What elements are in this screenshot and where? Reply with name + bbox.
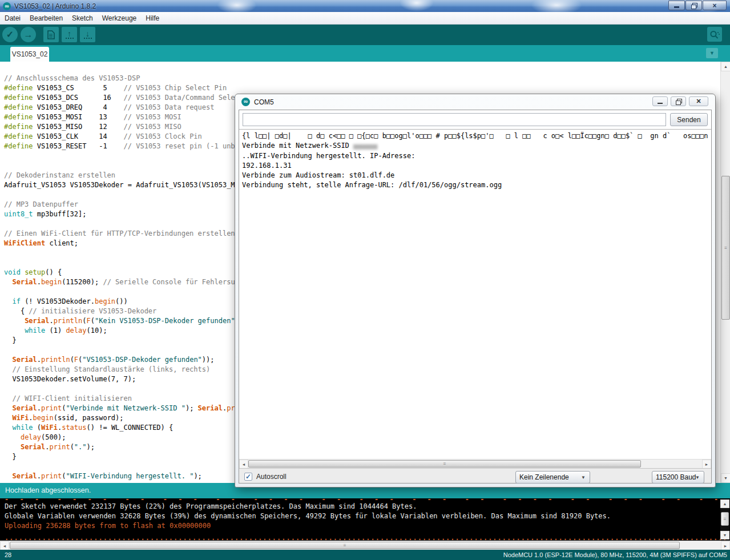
wallpaper-cloud: [400, 0, 434, 11]
save-button[interactable]: ↓: [80, 27, 95, 42]
menu-item-sketch[interactable]: Sketch: [72, 14, 99, 22]
line-ending-dropdown[interactable]: Kein Zeilenende ▼: [515, 471, 590, 484]
serial-output-line: Verbindung steht, stelle Anfrage-URL: /d…: [242, 180, 708, 190]
restore-icon: [676, 99, 681, 104]
magnifier-icon: [709, 30, 720, 39]
serial-output-line: ..WIFI-Verbindung hergestellt. IP-Adress…: [242, 151, 708, 161]
restore-button[interactable]: [685, 1, 702, 10]
serial-output-line: {l l□□| □d□| □ d□ c<□□ □ □{□c□ b□□og□l'o…: [242, 131, 708, 141]
arrow-right-icon: →: [24, 30, 33, 40]
chevron-down-icon: ▼: [709, 50, 715, 56]
serial-monitor-button[interactable]: [707, 27, 722, 42]
scroll-left-arrow[interactable]: ◄: [239, 460, 248, 469]
console-line: Der Sketch verwendet 232137 Bytes (22%) …: [5, 502, 725, 511]
board-info: NodeMCU 1.0 (ESP-12E Module), 80 MHz, 11…: [503, 550, 727, 560]
editor-vscroll-thumb[interactable]: ≡: [721, 176, 730, 320]
scroll-right-arrow[interactable]: ►: [721, 541, 730, 550]
console-vscrollbar[interactable]: ▲ ≡ ▼: [720, 499, 729, 539]
minimize-button[interactable]: [652, 96, 668, 106]
upload-button[interactable]: →: [21, 27, 36, 42]
serial-monitor-body: Senden {l l□□| □d□| □ d□ c<□□ □ □{□c□ b□…: [239, 110, 712, 484]
open-button[interactable]: ↑: [62, 27, 77, 42]
window-title: VS1053_02 | Arduino 1.8.2: [14, 2, 96, 10]
tab-label: VS1053_02: [12, 50, 48, 58]
baud-rate-dropdown[interactable]: 115200 Baud ▼: [652, 471, 704, 484]
menubar: DateiBearbeitenSketchWerkzeugeHilfe: [0, 12, 730, 25]
close-button[interactable]: ✕: [689, 96, 708, 106]
serial-monitor-titlebar: ∞ COM5 ✕: [235, 94, 715, 110]
menu-item-datei[interactable]: Datei: [5, 14, 26, 22]
tabbar: VS1053_02 ▼: [0, 45, 730, 62]
serial-input[interactable]: [243, 113, 666, 126]
console-line: Uploading 236288 bytes from to flash at …: [5, 521, 725, 531]
code-line: // Anschlussschema des VS1053-DSP: [4, 74, 720, 83]
restore-icon: [691, 3, 697, 8]
titlebar: ∞ VS1053_02 | Arduino 1.8.2 ×: [0, 0, 730, 12]
console-line: Globale Variablen verwenden 32628 Bytes …: [5, 511, 725, 521]
document-icon: [47, 30, 55, 39]
serial-hscrollbar[interactable]: ◄ ≡ ►: [239, 459, 711, 468]
serial-output-line: 192.168.1.31: [242, 161, 708, 171]
serial-hscroll-thumb[interactable]: ≡: [248, 460, 641, 468]
menu-item-werkzeuge[interactable]: Werkzeuge: [102, 14, 142, 22]
cursor-line-number: 28: [5, 550, 11, 560]
minimize-button[interactable]: [668, 1, 685, 10]
close-button[interactable]: ×: [703, 1, 727, 10]
chevron-down-icon: ▼: [581, 475, 586, 480]
restore-button[interactable]: [671, 96, 686, 106]
arduino-logo-icon: ∞: [3, 2, 11, 10]
autoscroll-label: Autoscroll: [256, 473, 287, 481]
scroll-up-arrow[interactable]: ▲: [721, 62, 730, 71]
console-area: - - - - - - - - - - - - - - - - - - - - …: [0, 498, 730, 541]
minimize-icon: [674, 6, 679, 8]
new-sketch-button[interactable]: [43, 27, 59, 42]
wallpaper-cloud: [217, 0, 257, 12]
bottom-hscrollbar[interactable]: ◄ ≡ ►: [0, 541, 730, 550]
send-button[interactable]: Senden: [670, 113, 708, 126]
statusbar: 28 NodeMCU 1.0 (ESP-12E Module), 80 MHz,…: [0, 550, 730, 560]
arrow-down-icon: ↓: [84, 31, 92, 39]
arduino-ide-window: ∞ VS1053_02 | Arduino 1.8.2 × DateiBearb…: [0, 0, 730, 560]
line-ending-value: Kein Zeilenende: [519, 473, 569, 481]
menu-item-bearbeiten[interactable]: Bearbeiten: [30, 14, 68, 22]
menu-item-hilfe[interactable]: Hilfe: [146, 14, 165, 22]
serial-monitor-title: COM5: [254, 98, 274, 106]
serial-output-line: Verbinde zum Audiostream: st01.dlf.de: [242, 171, 708, 180]
editor-vscrollbar[interactable]: ▲ ≡ ▼: [720, 62, 730, 483]
arrow-up-icon: ↑: [66, 31, 74, 39]
serial-output: {l l□□| □d□| □ d□ c<□□ □ □{□c□ b□□og□l'o…: [239, 129, 711, 459]
tab-list-button[interactable]: ▼: [706, 48, 718, 58]
tab-vs1053-02[interactable]: VS1053_02: [10, 47, 49, 62]
toolbar: ✓ → ↑ ↓: [0, 25, 730, 45]
verify-button[interactable]: ✓: [2, 27, 18, 42]
console-vscroll-thumb[interactable]: ≡: [721, 512, 729, 526]
console-line: ........................................…: [5, 533, 725, 541]
send-button-label: Senden: [677, 116, 700, 124]
chevron-down-icon: ▼: [695, 475, 700, 480]
serial-output-line: Verbinde mit Netzwerk-SSID ▆▆▆▆▆▆▆: [242, 141, 708, 151]
scroll-down-arrow[interactable]: ▼: [720, 531, 729, 539]
status-message: Hochladen abgeschlossen.: [5, 486, 91, 494]
arduino-logo-icon: ∞: [241, 98, 250, 106]
minimize-icon: [658, 103, 663, 104]
scroll-up-arrow[interactable]: ▲: [720, 499, 729, 508]
autoscroll-checkbox[interactable]: ✓: [244, 473, 252, 481]
code-line: #define VS1053_CS 5 // VS1053 Chip Selec…: [4, 83, 720, 93]
serial-monitor-footer: ✓ Autoscroll Kein Zeilenende ▼ 115200 Ba…: [239, 468, 711, 483]
scroll-left-arrow[interactable]: ◄: [0, 541, 9, 550]
scroll-right-arrow[interactable]: ►: [702, 460, 711, 469]
baud-rate-value: 115200 Baud: [656, 473, 696, 481]
wallpaper-cloud: [531, 0, 582, 12]
scroll-down-arrow[interactable]: ▼: [721, 473, 730, 483]
bottom-hscroll-thumb[interactable]: ≡: [10, 542, 680, 549]
check-icon: ✓: [6, 29, 14, 40]
serial-monitor-window: ∞ COM5 ✕ Senden {l l□□| □d□| □ d□ c<□□ □…: [235, 94, 716, 488]
